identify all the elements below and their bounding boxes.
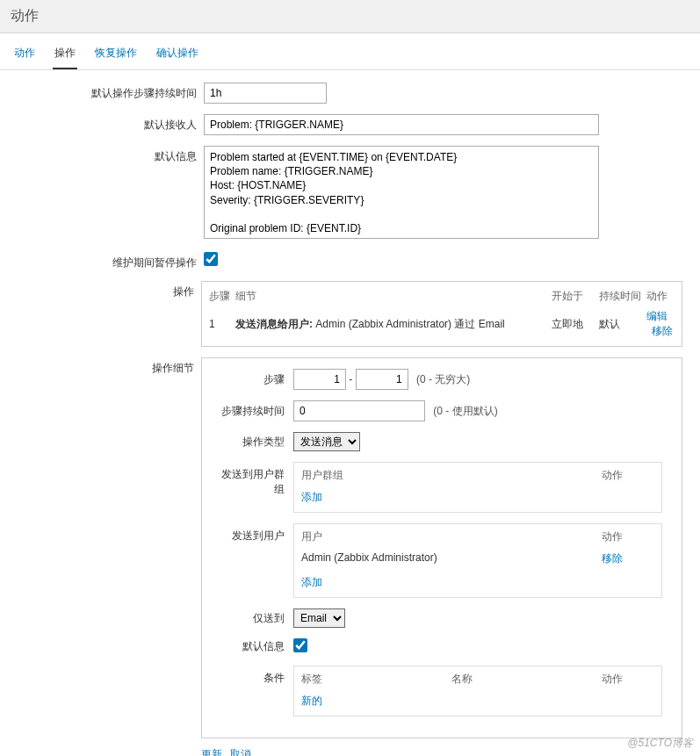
checkbox-pause-maintenance[interactable] <box>204 252 218 266</box>
watermark: @51CTO博客 <box>627 736 693 751</box>
label-default-message: 默认信息 <box>0 146 204 164</box>
cond-head-name: 名称 <box>451 672 602 687</box>
label-detail-default-msg: 默认信息 <box>214 639 293 654</box>
label-send-only-to: 仅送到 <box>214 611 293 626</box>
cond-head-label: 标签 <box>301 672 451 687</box>
label-default-step-duration: 默认操作步骤持续时间 <box>0 83 204 101</box>
input-step-to[interactable] <box>356 369 408 390</box>
user-groups-table: 用户群组 动作 添加 <box>293 462 662 513</box>
tab-ack[interactable]: 确认操作 <box>155 40 200 69</box>
ops-head-step: 步骤 <box>209 289 235 304</box>
groups-add-link[interactable]: 添加 <box>301 491 322 503</box>
users-head-action: 动作 <box>602 529 654 544</box>
label-send-to-groups: 发送到用户群组 <box>214 462 293 497</box>
label-op-type: 操作类型 <box>214 435 293 450</box>
ops-row-detail: 发送消息给用户: Admin (Zabbix Administrator) 通过… <box>235 317 552 332</box>
tab-action[interactable]: 动作 <box>12 40 37 69</box>
ops-edit-link[interactable]: 编辑 <box>646 310 668 322</box>
input-default-step-duration[interactable] <box>204 83 327 104</box>
ops-head-start: 开始于 <box>552 289 599 304</box>
ops-remove-link[interactable]: 移除 <box>652 325 673 337</box>
hint-step-duration: (0 - 使用默认) <box>433 405 497 417</box>
ops-head-duration: 持续时间 <box>599 289 646 304</box>
label-operations: 操作 <box>0 281 201 299</box>
groups-head-action: 动作 <box>602 468 654 483</box>
page-title: 动作 <box>0 0 700 33</box>
cond-new-link[interactable]: 新的 <box>301 695 322 707</box>
conditions-table: 标签 名称 动作 新的 <box>293 666 662 716</box>
ops-row: 1 发送消息给用户: Admin (Zabbix Administrator) … <box>209 309 675 339</box>
users-table: 用户 动作 Admin (Zabbix Administrator) 移除 添加 <box>293 523 662 598</box>
users-remove-link[interactable]: 移除 <box>602 552 623 565</box>
tabs: 动作 操作 恢复操作 确认操作 <box>0 33 700 70</box>
ops-row-step: 1 <box>209 318 235 330</box>
users-row-name: Admin (Zabbix Administrator) <box>301 551 602 566</box>
input-step-duration[interactable] <box>293 400 425 421</box>
label-pause-maintenance: 维护期间暂停操作 <box>0 252 204 270</box>
users-add-link[interactable]: 添加 <box>301 576 322 588</box>
tab-operation[interactable]: 操作 <box>53 40 77 69</box>
textarea-default-message[interactable]: Problem started at {EVENT.TIME} on {EVEN… <box>204 146 599 239</box>
ops-row-start: 立即地 <box>552 317 599 332</box>
label-conditions: 条件 <box>214 666 293 686</box>
users-head-name: 用户 <box>301 529 602 544</box>
tab-recovery[interactable]: 恢复操作 <box>93 40 139 69</box>
checkbox-detail-default-msg[interactable] <box>293 638 307 652</box>
select-op-type[interactable]: 发送消息 <box>293 432 360 451</box>
label-step-duration: 步骤持续时间 <box>214 404 293 419</box>
label-send-to-users: 发送到用户 <box>214 523 293 544</box>
ops-head-action: 动作 <box>646 289 675 304</box>
input-default-recipient[interactable] <box>204 114 599 135</box>
ops-row-duration: 默认 <box>599 317 646 332</box>
label-default-recipient: 默认接收人 <box>0 114 204 133</box>
hint-step-range: (0 - 无穷大) <box>416 373 470 385</box>
label-operation-details: 操作细节 <box>0 357 201 376</box>
cond-head-action: 动作 <box>602 672 654 687</box>
detail-cancel-link[interactable]: 取消 <box>230 748 251 756</box>
groups-head-name: 用户群组 <box>301 468 602 483</box>
select-send-only-to[interactable]: Email <box>293 608 345 628</box>
label-step: 步骤 <box>214 372 293 387</box>
detail-update-link[interactable]: 更新 <box>201 748 222 756</box>
operation-details-box: 步骤 - (0 - 无穷大) 步骤持续时间 (0 - 使用默认) 操作 <box>201 357 682 738</box>
operations-table: 步骤 细节 开始于 持续时间 动作 1 发送消息给用户: Admin (Zabb… <box>201 281 682 347</box>
input-step-from[interactable] <box>293 369 346 390</box>
ops-head-detail: 细节 <box>235 289 552 304</box>
